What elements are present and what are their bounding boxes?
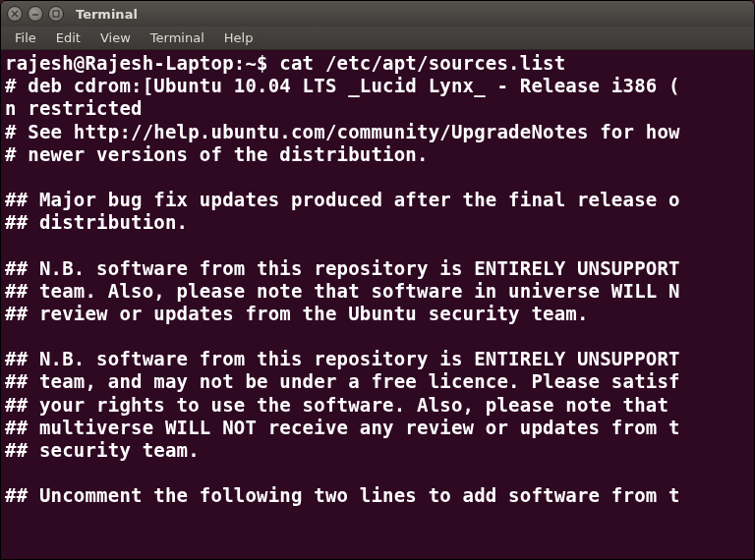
output-line: ## team, and may not be under a free lic… xyxy=(5,370,680,392)
minimize-button[interactable] xyxy=(28,6,43,22)
window-title: Terminal xyxy=(76,7,138,22)
menu-terminal[interactable]: Terminal xyxy=(141,28,214,48)
output-line: # See http://help.ubuntu.com/community/U… xyxy=(5,121,680,142)
close-button[interactable] xyxy=(7,6,23,22)
command-text: cat /etc/apt/sources.list xyxy=(279,52,565,74)
output-line: ## security team. xyxy=(5,439,200,461)
maximize-icon xyxy=(52,10,60,18)
output-line: ## multiverse WILL NOT receive any revie… xyxy=(5,417,680,438)
svg-rect-3 xyxy=(53,11,59,17)
output-line: ## N.B. software from this repository is… xyxy=(5,348,680,369)
terminal-window: Terminal File Edit View Terminal Help ra… xyxy=(0,0,755,560)
output-line: ## Major bug fix updates produced after … xyxy=(5,189,680,210)
output-line: # newer versions of the distribution. xyxy=(5,143,429,165)
menu-help[interactable]: Help xyxy=(214,28,263,48)
menu-view[interactable]: View xyxy=(90,28,141,48)
output-line: ## distribution. xyxy=(5,211,188,233)
output-line: ## team. Also, please note that software… xyxy=(5,280,680,302)
maximize-button[interactable] xyxy=(48,6,64,22)
close-icon xyxy=(11,10,19,18)
minimize-icon xyxy=(31,10,39,18)
menu-edit[interactable]: Edit xyxy=(46,28,90,48)
output-line: n restricted xyxy=(5,97,143,119)
prompt: rajesh@Rajesh-Laptop:~$ xyxy=(5,52,279,74)
window-controls xyxy=(7,6,64,22)
menu-file[interactable]: File xyxy=(5,28,46,48)
menubar: File Edit View Terminal Help xyxy=(1,27,754,50)
output-line: ## N.B. software from this repository is… xyxy=(5,257,680,279)
output-line: # deb cdrom:[Ubuntu 10.04 LTS _Lucid Lyn… xyxy=(5,75,680,96)
output-line: ## review or updates from the Ubuntu sec… xyxy=(5,303,589,324)
output-line: ## your rights to use the software. Also… xyxy=(5,394,680,416)
titlebar[interactable]: Terminal xyxy=(1,1,754,27)
output-line: ## Uncomment the following two lines to … xyxy=(5,484,680,506)
terminal-output[interactable]: rajesh@Rajesh-Laptop:~$ cat /etc/apt/sou… xyxy=(1,50,754,559)
